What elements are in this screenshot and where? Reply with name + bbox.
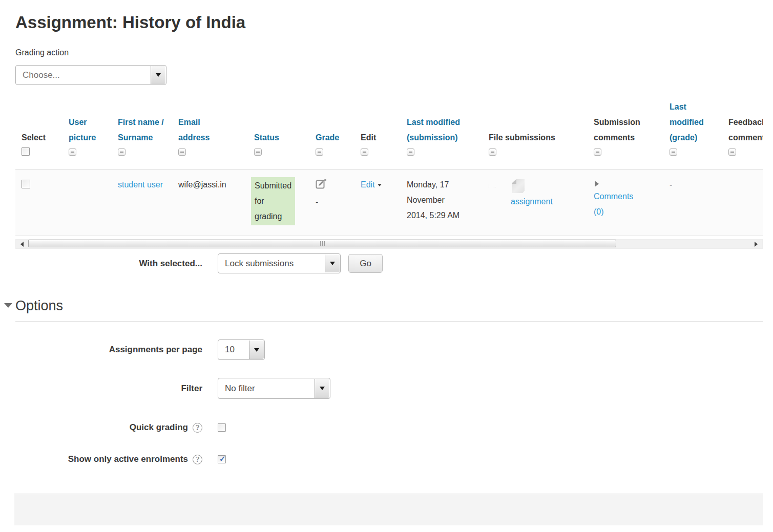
- status-badge: Submitted for grading: [251, 177, 295, 225]
- collapse-column-icon[interactable]: [407, 148, 414, 156]
- filter-label: Filter: [15, 384, 202, 394]
- dropdown-arrow-icon: [325, 254, 340, 272]
- collapse-column-icon[interactable]: [316, 148, 323, 156]
- sort-last-modified-grade[interactable]: Last modified (grade): [670, 102, 704, 142]
- col-header-select: Select: [15, 99, 62, 169]
- collapse-column-icon[interactable]: [118, 148, 126, 156]
- cell-last-modified-submission: Monday, 17 November 2014, 5:29 AM: [401, 169, 483, 236]
- col-header-grade: Grade: [309, 99, 354, 169]
- col-header-email: Email address: [172, 99, 248, 169]
- grading-action-label: Grading action: [15, 48, 763, 57]
- collapse-column-icon[interactable]: [69, 148, 76, 156]
- options-collapse-icon[interactable]: [4, 303, 12, 308]
- grading-action-select[interactable]: Choose...: [15, 65, 166, 85]
- edit-menu-link[interactable]: Edit: [361, 180, 375, 189]
- cell-last-modified-grade: -: [663, 169, 722, 236]
- dropdown-arrow-icon: [151, 66, 165, 84]
- with-selected-label: With selected...: [119, 259, 202, 269]
- last-modified-grade-value: -: [670, 180, 672, 189]
- collapse-column-icon[interactable]: [489, 148, 496, 156]
- last-modified-submission-text: Monday, 17 November 2014, 5:29 AM: [407, 180, 459, 220]
- scrollbar-thumb[interactable]: [28, 240, 616, 247]
- cell-status: Submitted for grading: [248, 169, 309, 236]
- grading-table-wrap: Select User picture First name / Surname…: [15, 99, 763, 236]
- col-header-feedback-comments: Feedback comments: [722, 99, 763, 169]
- quick-grading-checkbox[interactable]: [218, 423, 226, 432]
- col-header-status: Status: [248, 99, 309, 169]
- collapse-column-icon[interactable]: [594, 148, 601, 156]
- options-section: Options Assignments per page 10 Filter N…: [15, 298, 763, 464]
- file-document-icon[interactable]: [512, 179, 525, 193]
- per-page-select[interactable]: 10: [218, 339, 265, 360]
- col-header-user-picture: User picture: [62, 99, 112, 169]
- sort-email[interactable]: Email address: [178, 118, 210, 142]
- quick-grading-row: Quick grading ?: [15, 422, 763, 433]
- collapse-column-icon[interactable]: [728, 148, 736, 156]
- file-tree-icon: [489, 180, 495, 187]
- collapse-column-icon[interactable]: [670, 148, 677, 156]
- col-header-edit: Edit: [354, 99, 401, 169]
- page-title: Assignment: History of India: [15, 12, 763, 33]
- active-enrolments-checkbox[interactable]: [218, 455, 226, 463]
- grading-action-value: Choose...: [16, 70, 60, 80]
- with-selected-select[interactable]: Lock submissions: [218, 253, 341, 273]
- sort-user-picture[interactable]: User picture: [69, 118, 96, 142]
- email-text: wife@jassi.in: [178, 180, 226, 189]
- filter-value: No filter: [218, 384, 255, 394]
- filter-select[interactable]: No filter: [218, 378, 330, 399]
- help-icon[interactable]: ?: [193, 455, 202, 464]
- help-icon[interactable]: ?: [193, 423, 202, 433]
- grading-table: Select User picture First name / Surname…: [15, 99, 763, 236]
- with-selected-row: With selected... Lock submissions Go: [15, 253, 763, 273]
- per-page-row: Assignments per page 10: [15, 339, 763, 360]
- comments-expand-icon[interactable]: [595, 181, 599, 187]
- dropdown-arrow-icon: [315, 379, 329, 398]
- edit-caret-icon: [378, 184, 382, 186]
- col-header-last-modified-grade: Last modified (grade): [663, 99, 722, 169]
- cell-email: wife@jassi.in: [172, 169, 248, 236]
- table-header-row: Select User picture First name / Surname…: [15, 99, 763, 169]
- go-button[interactable]: Go: [348, 254, 383, 273]
- options-heading: Options: [15, 298, 763, 314]
- col-header-name: First name / Surname: [112, 99, 172, 169]
- cell-submission-comments: Comments (0): [588, 169, 663, 236]
- cell-name: student user: [112, 169, 172, 236]
- grade-edit-pencil-icon[interactable]: [316, 178, 327, 195]
- per-page-label: Assignments per page: [15, 345, 202, 355]
- scrollbar-track[interactable]: [28, 240, 750, 248]
- cell-feedback-comments: [722, 169, 763, 236]
- cell-grade: -: [309, 169, 354, 236]
- active-enrolments-label: Show only active enrolments: [68, 454, 188, 464]
- collapse-column-icon[interactable]: [178, 148, 186, 156]
- with-selected-value: Lock submissions: [218, 259, 294, 269]
- sort-last-modified-submission[interactable]: Last modified (submission): [407, 118, 460, 142]
- dropdown-arrow-icon: [249, 341, 264, 359]
- table-row: student user wife@jassi.in Submitted for…: [15, 169, 763, 236]
- submission-file-link[interactable]: assignment: [511, 194, 553, 209]
- grade-value: -: [316, 195, 350, 210]
- scroll-right-button[interactable]: [750, 240, 762, 248]
- footer-bar: [14, 494, 763, 525]
- sort-name[interactable]: First name / Surname: [118, 118, 164, 142]
- scrollbar-grip-icon: [320, 241, 325, 246]
- options-divider: [15, 321, 763, 322]
- active-enrolments-row: Show only active enrolments ?: [15, 454, 763, 464]
- col-header-last-modified-submission: Last modified (submission): [401, 99, 483, 169]
- comments-link[interactable]: Comments (0): [594, 189, 645, 220]
- quick-grading-label: Quick grading: [130, 422, 188, 433]
- sort-status[interactable]: Status: [254, 133, 279, 142]
- sort-grade[interactable]: Grade: [316, 133, 339, 142]
- cell-file-submissions: assignment: [483, 169, 588, 236]
- cell-edit: Edit: [354, 169, 401, 236]
- horizontal-scrollbar[interactable]: [15, 239, 763, 249]
- student-name-link[interactable]: student user: [118, 180, 163, 189]
- cell-user-picture: [62, 169, 112, 236]
- per-page-value: 10: [218, 345, 235, 355]
- collapse-column-icon[interactable]: [361, 148, 368, 156]
- select-all-checkbox[interactable]: [22, 147, 30, 156]
- row-select-checkbox[interactable]: [22, 180, 30, 188]
- scroll-left-button[interactable]: [16, 240, 28, 248]
- filter-row: Filter No filter: [15, 378, 763, 399]
- col-header-file-submissions: File submissions: [483, 99, 588, 169]
- collapse-column-icon[interactable]: [254, 148, 262, 156]
